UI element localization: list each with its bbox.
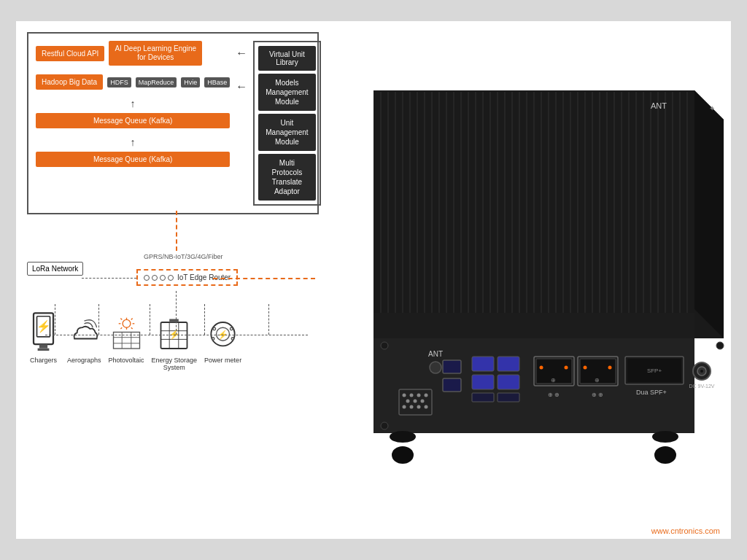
svg-point-29	[213, 327, 216, 330]
svg-line-12	[120, 327, 122, 329]
svg-point-32	[231, 337, 234, 340]
left-panel: Restful Cloud API AI Deep Learning Engin…	[16, 21, 330, 539]
hadoop-block: Hadoop Big Data	[36, 74, 103, 90]
watermark: www.cntronics.com	[651, 526, 720, 535]
device-energy-storage: ⚡ Energy StorageSystem	[152, 314, 198, 371]
svg-line-10	[120, 318, 122, 319]
svg-text:⚡: ⚡	[36, 319, 51, 332]
svg-rect-3	[39, 344, 47, 349]
hvie-tag: Hvie	[181, 77, 200, 88]
router-dot-1	[144, 275, 150, 281]
arch-row-1: Restful Cloud API AI Deep Learning Engin…	[36, 41, 230, 66]
svg-point-125	[716, 342, 724, 349]
energy-storage-icon: ⚡	[158, 314, 190, 354]
svg-rect-93	[498, 393, 519, 402]
svg-point-108	[540, 366, 543, 370]
vert-device-4	[204, 304, 205, 335]
vert-device-5	[268, 304, 269, 335]
svg-point-83	[654, 446, 676, 464]
vert-device-1	[55, 304, 55, 335]
photovoltaic-label: Photovoltaic	[109, 357, 144, 364]
mq1-block: Message Queue (Kafka)	[36, 113, 230, 128]
svg-marker-34	[694, 90, 724, 338]
svg-rect-4	[38, 348, 50, 350]
gprs-label: GPRS/NB-IoT/3G/4G/Fiber	[144, 253, 223, 260]
svg-text:DC 9V-12V: DC 9V-12V	[689, 384, 714, 389]
svg-point-85	[430, 362, 441, 373]
photovoltaic-icon	[110, 314, 143, 354]
network-section: GPRS/NB-IoT/3G/4G/Fiber LoRa Network IoT…	[23, 225, 322, 371]
right-panel: ANT	[330, 21, 731, 539]
router-dot-3	[160, 275, 166, 281]
svg-point-31	[212, 337, 214, 340]
svg-point-81	[652, 431, 678, 443]
vert-device-3	[150, 304, 150, 335]
svg-text:SFP+: SFP+	[647, 368, 662, 374]
arch-arrows: ← ←	[236, 41, 247, 206]
virtual-block: Virtual Unit Library	[258, 46, 315, 71]
arrow-up-2: ↑	[36, 137, 230, 147]
svg-text:⊕ ⊕: ⊕ ⊕	[548, 392, 560, 398]
arrow-left-1: ←	[236, 47, 247, 60]
svg-rect-25	[170, 319, 179, 322]
svg-point-114	[608, 366, 612, 370]
svg-point-113	[584, 366, 587, 370]
svg-point-80	[390, 431, 416, 443]
svg-point-99	[406, 400, 410, 403]
aerograph-icon	[68, 314, 101, 354]
svg-line-11	[131, 327, 132, 329]
vert-line-arch	[176, 211, 177, 251]
svg-point-95	[403, 394, 406, 397]
device-power-meter: ⚡ Power meter	[204, 314, 241, 371]
arch-main: Restful Cloud API AI Deep Learning Engin…	[36, 41, 310, 206]
svg-point-100	[414, 400, 417, 403]
svg-text:ANT: ANT	[651, 101, 667, 110]
lora-connector	[82, 278, 136, 279]
svg-point-102	[403, 405, 406, 409]
charger-label: Chargers	[30, 357, 57, 364]
svg-point-109	[565, 366, 568, 370]
svg-point-126	[381, 422, 388, 429]
svg-point-103	[410, 405, 414, 409]
svg-text:⊕: ⊕	[551, 377, 556, 384]
svg-text:⊕ ⊕: ⊕ ⊕	[592, 392, 603, 398]
svg-rect-89	[498, 357, 519, 371]
power-meter-label: Power meter	[204, 357, 241, 364]
router-dot-2	[152, 275, 158, 281]
svg-rect-88	[472, 357, 494, 371]
svg-text:ANT: ANT	[428, 350, 443, 358]
product-image: ANT	[330, 28, 731, 502]
svg-point-96	[410, 394, 414, 397]
router-right-line	[213, 278, 315, 279]
svg-point-30	[231, 327, 233, 330]
svg-point-97	[417, 394, 421, 397]
arrow-left-2: ←	[236, 80, 247, 93]
device-photovoltaic: Photovoltaic	[109, 314, 144, 371]
arch-left: Restful Cloud API AI Deep Learning Engin…	[36, 41, 230, 206]
svg-point-105	[425, 405, 428, 409]
ai-block: AI Deep Learning Enginefor Devices	[109, 41, 202, 66]
svg-rect-92	[472, 393, 494, 402]
unit-block: Unit ManagementModule	[258, 114, 315, 151]
power-meter-icon: ⚡	[206, 314, 239, 354]
lora-box: LoRa Network	[27, 262, 83, 276]
svg-point-82	[392, 446, 414, 464]
svg-point-101	[421, 400, 425, 403]
svg-point-124	[381, 342, 388, 349]
svg-rect-91	[498, 375, 519, 389]
right-stack: Virtual Unit Library Models ManagementMo…	[253, 41, 320, 206]
svg-rect-87	[443, 378, 461, 392]
mapreduce-tag: MapReduce	[136, 77, 177, 88]
router-dot-4	[168, 275, 174, 281]
arrow-up-1: ↑	[36, 98, 230, 109]
svg-point-5	[123, 319, 131, 327]
proto-block: Multi ProtocolsTranslate Adaptor	[258, 154, 315, 201]
svg-rect-90	[472, 375, 494, 389]
svg-point-104	[417, 405, 421, 409]
restful-block: Restful Cloud API	[36, 46, 104, 61]
svg-point-122	[700, 370, 703, 373]
svg-line-13	[131, 318, 132, 319]
devices-row: ⚡ Chargers	[27, 314, 241, 371]
arch-row-3: Message Queue (Kafka)	[36, 113, 230, 128]
aerograph-label: Aerographs	[67, 357, 101, 364]
